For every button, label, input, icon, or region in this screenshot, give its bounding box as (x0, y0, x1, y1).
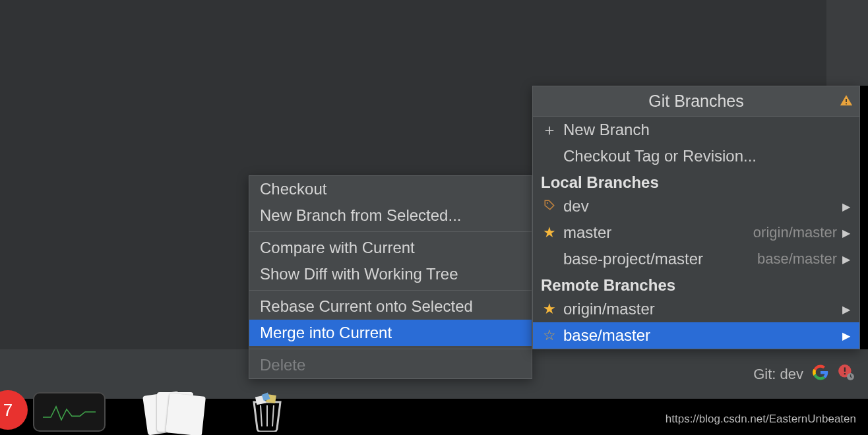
notification-badge: 7 (0, 390, 28, 430)
google-icon[interactable] (813, 364, 828, 384)
chevron-right-icon: ▶ (842, 200, 852, 213)
branch-name: base-project/master (563, 250, 752, 268)
problems-icon[interactable] (838, 364, 855, 385)
ctx-compare-with-current[interactable]: Compare with Current (249, 235, 532, 261)
branch-name: dev (563, 197, 832, 216)
svg-rect-4 (844, 367, 846, 372)
ctx-merge-into-current[interactable]: Merge into Current (249, 320, 532, 346)
svg-line-7 (261, 405, 262, 426)
svg-line-9 (272, 405, 274, 426)
svg-rect-0 (846, 99, 847, 102)
tracking-label: origin/master (753, 224, 837, 241)
tracking-label: base/master (757, 250, 837, 268)
star-outline-icon: ☆ (543, 327, 556, 344)
git-branches-title: Git Branches (533, 86, 859, 117)
chevron-right-icon: ▶ (842, 330, 852, 342)
checkout-tag-label: Checkout Tag or Revision... (563, 147, 852, 165)
local-branches-header: Local Branches (533, 169, 859, 193)
svg-rect-1 (846, 103, 847, 104)
checkout-tag-or-revision[interactable]: Checkout Tag or Revision... (533, 143, 859, 169)
plus-icon: ＋ (542, 119, 557, 140)
chevron-right-icon: ▶ (842, 253, 852, 266)
git-branch-indicator[interactable]: Git: dev (753, 366, 803, 383)
local-branch-master[interactable]: ★ master origin/master ▶ (533, 219, 859, 246)
star-filled-icon: ★ (543, 224, 556, 241)
svg-rect-5 (844, 373, 846, 374)
ctx-new-branch-from-selected[interactable]: New Branch from Selected... (249, 202, 532, 229)
chevron-right-icon: ▶ (842, 227, 852, 239)
dock-documents-stack[interactable] (145, 392, 204, 432)
warning-icon[interactable] (840, 92, 853, 111)
dock: 7 (0, 389, 330, 435)
chevron-right-icon: ▶ (842, 303, 852, 316)
watermark: https://blog.csdn.net/EasternUnbeaten (666, 413, 856, 426)
remote-branch-base-master[interactable]: ☆ base/master ▶ (533, 322, 859, 349)
branch-context-menu: Checkout New Branch from Selected... Com… (249, 175, 532, 379)
branch-name: base/master (563, 326, 837, 345)
git-branches-panel: Git Branches ＋ New Branch Checkout Tag o… (532, 86, 860, 349)
ctx-show-diff-working-tree[interactable]: Show Diff with Working Tree (249, 261, 532, 287)
right-gutter (826, 0, 868, 86)
separator (249, 290, 532, 291)
separator (249, 349, 532, 349)
git-branches-title-text: Git Branches (648, 92, 744, 110)
star-filled-icon: ★ (543, 301, 556, 318)
remote-branch-origin-master[interactable]: ★ origin/master ▶ (533, 296, 859, 322)
dock-trash[interactable] (244, 392, 290, 432)
local-branch-dev[interactable]: dev ▶ (533, 193, 859, 219)
dock-activity-monitor[interactable] (33, 392, 106, 432)
ctx-delete: Delete (249, 352, 532, 378)
svg-point-2 (547, 202, 548, 203)
new-branch-label: New Branch (563, 121, 852, 139)
tag-icon (543, 199, 555, 214)
branch-name: master (563, 223, 748, 242)
ctx-checkout[interactable]: Checkout (249, 176, 532, 202)
separator (249, 231, 532, 232)
new-branch[interactable]: ＋ New Branch (533, 117, 859, 143)
remote-branches-header: Remote Branches (533, 272, 859, 296)
local-branch-base-project-master[interactable]: base-project/master base/master ▶ (533, 246, 859, 272)
ctx-rebase-current-onto-selected[interactable]: Rebase Current onto Selected (249, 293, 532, 320)
branch-name: origin/master (563, 300, 837, 318)
